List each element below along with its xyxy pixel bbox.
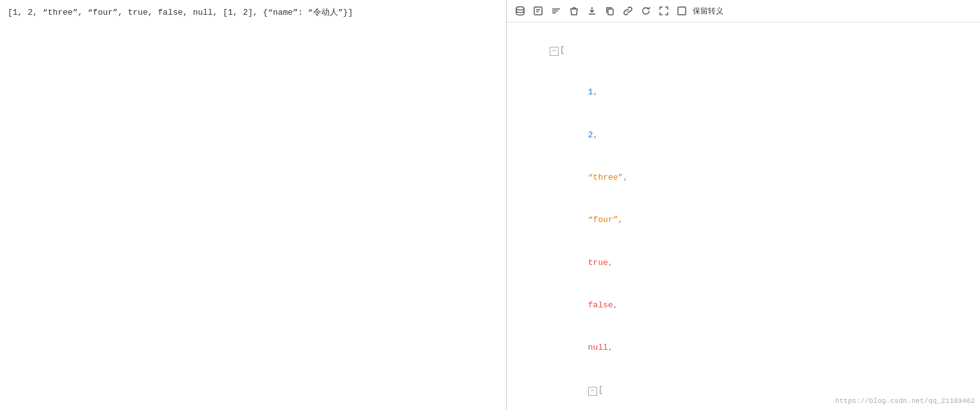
copy-icon[interactable] (603, 4, 617, 18)
sort-icon[interactable] (549, 4, 563, 18)
toolbar: 保留转义 (507, 0, 980, 22)
link-icon[interactable] (621, 4, 635, 18)
delete-icon[interactable] (567, 4, 581, 18)
svg-rect-1 (534, 7, 542, 15)
database-icon[interactable] (513, 4, 527, 18)
text-format-icon[interactable] (531, 4, 545, 18)
item-four: “four”, (558, 199, 967, 241)
item-three: “three”, (558, 157, 967, 199)
root-collapse-btn[interactable]: − (550, 47, 559, 56)
svg-rect-14 (678, 7, 686, 15)
preserve-label[interactable]: 保留转义 (693, 6, 723, 17)
refresh-icon[interactable] (639, 4, 653, 18)
item-1: 1, (558, 71, 967, 114)
raw-json-text: [1, 2, “three”, “four”, true, false, nul… (8, 8, 353, 17)
root-open-line: −[ (520, 29, 967, 71)
svg-rect-13 (608, 9, 613, 15)
preserve-text: 保留转义 (693, 6, 723, 17)
expand-icon[interactable] (657, 4, 671, 18)
item-2: 2, (558, 114, 967, 157)
left-editor-panel[interactable]: [1, 2, “three”, “four”, true, false, nul… (0, 0, 507, 410)
item-true: true, (558, 241, 967, 284)
json-tree-view: −[ 1, 2, “three”, “four”, true, false, n… (507, 22, 980, 410)
right-panel: 保留转义 −[ 1, 2, “three”, “four”, true, fal… (507, 0, 980, 410)
watermark-text: https://blog.csdn.net/qq_21103462 (835, 397, 975, 405)
watermark: https://blog.csdn.net/qq_21103462 (835, 397, 975, 405)
nested-array-collapse-btn[interactable]: − (588, 387, 597, 396)
item-null: null, (558, 327, 967, 369)
download-icon[interactable] (585, 4, 599, 18)
svg-point-0 (516, 7, 524, 10)
item-false: false, (558, 284, 967, 327)
checkbox-square-icon[interactable] (675, 4, 689, 18)
